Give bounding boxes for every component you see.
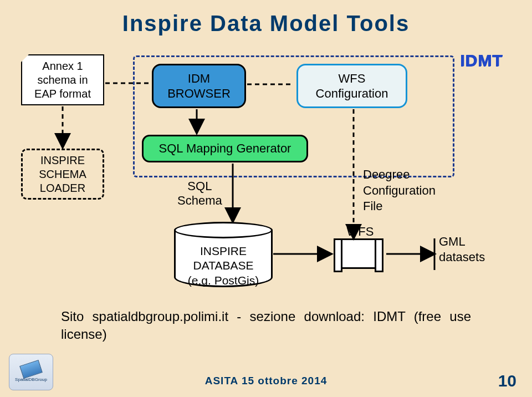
page-title: Inspire Data Model Tools (0, 11, 532, 36)
deegree-label: Deegree Configuration File (363, 167, 436, 215)
sql-mapping-box: SQL Mapping Generator (142, 135, 308, 162)
sql-mapping-label: SQL Mapping Generator (159, 141, 291, 156)
annex-box: Annex 1 schema in EAP format (21, 54, 104, 105)
gml-label: GML datasets (439, 234, 485, 264)
annex-label: Annex 1 schema in EAP format (34, 59, 91, 101)
schema-loader-label: INSPIRE SCHEMA LOADER (39, 154, 86, 195)
idm-browser-box: IDM BROWSER (152, 64, 246, 108)
logo-icon: SpatialDBGroup (9, 354, 53, 390)
sql-schema-label: SQL Schema (177, 179, 222, 208)
wfs-config-label: WFS Configuration (316, 71, 388, 101)
database-cylinder: INSPIRE DATABASE (e.g. PostGis) (174, 222, 273, 288)
idmt-label: IDMT (460, 51, 503, 70)
logo-text: SpatialDBGroup (15, 377, 47, 382)
idm-browser-label: IDM BROWSER (167, 71, 231, 101)
schema-loader-box: INSPIRE SCHEMA LOADER (21, 149, 104, 200)
footer-text: ASITA 15 ottobre 2014 (0, 375, 532, 387)
wfs-component: WFS (339, 238, 378, 269)
wfs-label: WFS (341, 225, 380, 239)
caption-text: Sito spatialdbgroup.polimi.it - sezione … (61, 308, 471, 344)
database-label: INSPIRE DATABASE (e.g. PostGis) (174, 244, 273, 288)
page-number: 10 (498, 371, 516, 390)
wfs-config-box: WFS Configuration (296, 64, 407, 108)
